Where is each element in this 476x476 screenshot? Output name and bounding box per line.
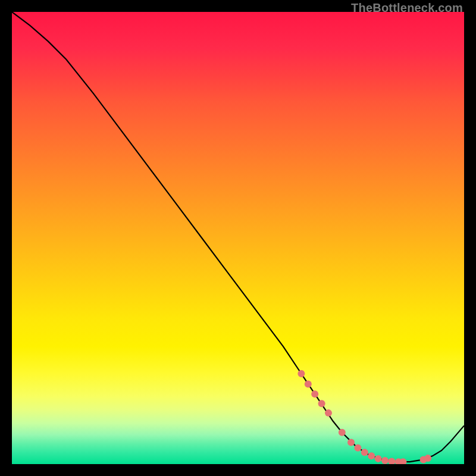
highlight-point [375, 455, 382, 462]
highlight-point [318, 400, 325, 407]
bottleneck-curve [12, 12, 464, 462]
highlight-point [311, 390, 318, 397]
highlight-point [381, 457, 389, 464]
highlight-points-group [298, 370, 431, 464]
highlight-point [388, 458, 395, 464]
highlight-point [347, 439, 355, 446]
plot-area [12, 12, 464, 464]
highlight-point [368, 452, 375, 459]
highlight-point [354, 444, 361, 452]
highlight-point [298, 370, 305, 377]
highlight-point [339, 429, 346, 436]
highlight-point [424, 455, 431, 462]
curve-svg [12, 12, 464, 464]
highlight-point [305, 380, 312, 387]
highlight-point [361, 449, 368, 456]
chart-frame: TheBottleneck.com [0, 0, 476, 476]
highlight-point [325, 409, 332, 416]
